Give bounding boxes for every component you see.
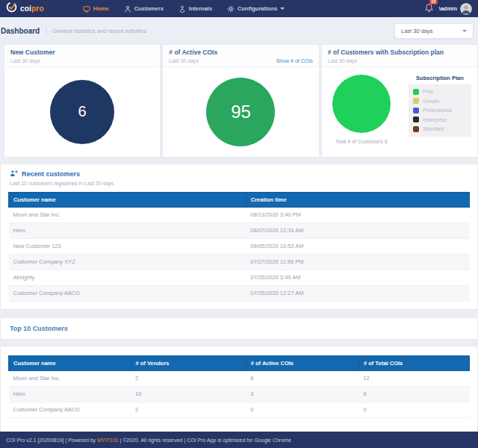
legend-title: Subscription Plan [409,75,471,81]
total-cois-cell: 12 [358,370,469,386]
legend-box: Free Growth Professional Enterprise [409,84,471,137]
nav-item-configurations[interactable]: Configurations [227,5,285,13]
table-row: Customer Company XYZ07/27/2020 11:56 PM [9,254,470,270]
new-customer-kpi-circle: 6 [50,80,114,144]
table-row: Almighty07/25/2020 3:49 AM [9,270,470,285]
pie-legend: Subscription Plan Free Growth Profess [409,75,471,137]
legend-item-growth: Growth [413,98,467,104]
column-header: # of Total COIs [358,355,469,370]
brand-name: coipro [20,4,44,13]
subscription-pie-chart [332,75,391,133]
app-footer: COI Pro v2.1 [20200819] | Powered by MYI… [0,432,478,448]
powered-by-link[interactable]: MYIT101 [97,438,118,443]
vendors-cell: 2 [131,402,246,417]
table-header-row: Customer name Creation time [9,192,470,207]
table-row: New Customer 12308/05/2020 10:52 AM [9,238,470,254]
customer-name-cell: Almighty [9,270,246,285]
column-header: # of Vendors [131,355,246,370]
legend-swatch [413,126,419,132]
active-cois-kpi-circle: 95 [206,78,275,146]
customer-name-cell: Hero [9,223,246,238]
table-row: Customer Company ABCD200 [9,402,470,417]
chevron-down-icon [280,7,285,10]
card-subtitle: Last 30 days [10,58,154,63]
show-cois-link[interactable]: Show # of COIs [276,58,313,63]
new-customer-card: New Customer Last 30 days 6 [4,44,161,158]
legend-item-free: Free [413,89,467,95]
table-header-row: Customer name # of Vendors # of Active C… [9,355,470,370]
legend-label: Standard [423,126,444,131]
page-header: Dashboard General statistics and recent … [0,17,478,43]
app-window: coipro Home Customers Internals [0,0,478,448]
recent-customers-table: Customer name Creation time Moon and Sta… [8,192,470,302]
coipro-logo-icon [6,1,17,16]
table-row: Hero08/07/2020 12:34 AM [9,223,470,238]
legend-item-professional: Professional [413,108,467,113]
creation-time-cell: 07/25/2020 3:49 AM [246,270,469,285]
total-cois-cell: 0 [358,402,469,417]
card-header: New Customer Last 30 days [4,45,160,67]
brand-logo[interactable]: coipro [6,1,44,16]
date-range-select[interactable]: Last 30 days [394,23,474,39]
date-range-value: Last 30 days [401,28,433,34]
top-customers-table: Customer name # of Vendors # of Active C… [8,355,470,418]
card-body: Total # of Customers 6 Subscription Plan… [322,67,477,158]
subscription-plan-card: # of Customers with Subscription plan La… [321,44,478,158]
section-header: Recent customers Last 10 customers regis… [1,164,477,190]
customer-name-cell: Hero [9,386,131,402]
legend-swatch [413,108,419,113]
active-cois-cell: 0 [246,402,358,417]
table-row: Hero1036 [9,386,470,402]
total-customers-label: Total # of Customers 6 [335,139,388,144]
card-title: # of Customers with Subscription plan [328,49,471,56]
legend-label: Free [423,89,433,94]
user-menu[interactable]: \admin [439,3,472,15]
table-row: Moon and Star Inc.2812 [9,370,470,386]
card-header: # of Customers with Subscription plan La… [322,45,477,67]
top-customers-title-bar: Top 10 Customers [0,317,478,340]
active-cois-cell: 8 [246,370,358,386]
page-title: Dashboard [1,27,46,35]
section-subtitle: Last 10 customers registered in Last 30 … [10,181,468,186]
legend-swatch [413,89,419,95]
card-subtitle: Last 30 days [169,58,199,63]
legend-item-standard: Standard [413,126,467,132]
table-row: Customer Company ABCD07/25/2020 12:27 AM [9,285,470,301]
nav-item-internals[interactable]: Internals [179,5,212,13]
gear-icon [227,5,235,13]
column-header: Creation time [246,192,469,207]
navbar-right: 13 \admin [424,2,472,16]
legend-item-enterprise: Enterprise [413,116,467,122]
top-navbar: coipro Home Customers Internals [0,0,478,17]
new-customer-value: 6 [78,103,87,120]
main-nav: Home Customers Internals Configurations [83,5,285,13]
legend-label: Professional [423,108,452,113]
legend-swatch [413,116,419,122]
customers-icon [124,5,131,13]
customer-name-cell: Moon and Star Inc. [9,370,131,386]
vendors-cell: 10 [131,386,246,402]
vendors-cell: 2 [131,370,246,386]
creation-time-cell: 07/25/2020 12:27 AM [246,285,469,301]
nav-item-customers[interactable]: Customers [124,5,164,13]
nav-item-home[interactable]: Home [83,5,109,13]
section-title: Top 10 Customers [10,325,468,332]
customer-name-cell: Moon and Star Inc. [9,207,246,223]
card-subtitle: Last 30 days [328,58,471,63]
notifications-button[interactable]: 13 [424,2,434,16]
card-body: 6 [4,67,160,158]
column-header: # of Active COIs [246,355,358,370]
person-plus-icon [10,169,18,178]
total-cois-cell: 6 [358,386,469,402]
customer-name-cell: Customer Company ABCD [9,402,131,417]
creation-time-cell: 08/07/2020 12:34 AM [246,223,469,238]
kpi-cards-row: New Customer Last 30 days 6 # of Active … [4,44,478,158]
customer-name-cell: Customer Company XYZ [9,254,246,270]
card-header: # of Active COIs Last 30 days Show # of … [163,45,318,67]
section-title: Recent customers [10,169,468,178]
chevron-down-icon [462,30,467,32]
nav-item-label: Configurations [238,5,277,12]
column-header: Customer name [9,355,131,370]
customer-name-cell: Customer Company ABCD [9,285,246,301]
footer-text: COI Pro v2.1 [20200819] | Powered by MYI… [6,438,291,443]
